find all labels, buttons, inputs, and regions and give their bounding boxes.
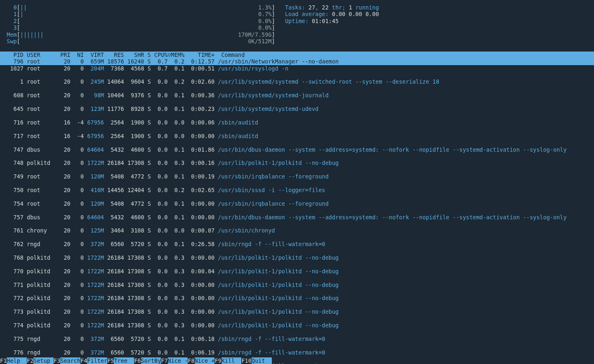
fnkey-f4-label[interactable]: Filter <box>87 357 107 364</box>
process-row[interactable]: 773 polkitd 20 0 1722M 26184 17308 S 0.0… <box>0 308 594 315</box>
fnkey-f9: F9 <box>214 357 221 364</box>
fnkey-f1-label[interactable]: Help <box>7 357 27 364</box>
cpu0-label: 0 <box>7 4 16 11</box>
fnkey-f7: F7 <box>161 357 167 364</box>
fnkey-f6: F6 <box>134 357 141 364</box>
fnkey-f9-label[interactable]: Kill <box>222 357 242 364</box>
cpu3-label: 3 <box>7 24 16 31</box>
fnkey-f3-label[interactable]: Search <box>60 357 80 364</box>
process-command: /usr/lib/polkit-1/polkitd --no-debug <box>218 268 339 275</box>
swp-label: Swp <box>7 38 16 45</box>
process-command: /usr/lib/polkit-1/polkitd --no-debug <box>218 322 339 329</box>
process-row[interactable]: 608 root 20 0 98M 10404 9376 S 0.0 0.1 0… <box>0 92 594 99</box>
load-label: Load average: <box>285 11 332 17</box>
process-row[interactable]: 750 root 20 0 416M 14456 12404 S 0.0 0.2… <box>0 187 594 193</box>
process-command: /usr/lib/polkit-1/polkitd --no-debug <box>218 295 339 301</box>
fnkey-f7-label[interactable]: Nice - <box>168 357 188 364</box>
swp-value: 0K/512M <box>248 38 271 45</box>
fnkey-f10: F10 <box>241 357 251 364</box>
uptime-value: 01:01:45 <box>312 18 339 24</box>
cpu1-label: 1 <box>7 11 16 17</box>
process-command: /usr/lib/polkit-1/polkitd --no-debug <box>218 282 339 288</box>
process-command: /usr/lib/polkit-1/polkitd --no-debug <box>218 160 339 166</box>
fnkey-f3: F3 <box>54 357 60 364</box>
process-command: /usr/lib/systemd/systemd-journald <box>218 92 328 99</box>
process-command: /sbin/rngd -f --fill-watermark=0 <box>218 349 325 356</box>
fnkey-f2-label[interactable]: Setup <box>33 357 54 364</box>
process-row[interactable]: 761 chrony 20 0 125M 3464 3108 S 0.0 0.0… <box>0 227 594 234</box>
column-header[interactable]: PID USER PRI NI VIRT RES SHR S CPU%▽MEM%… <box>0 52 594 58</box>
process-row[interactable]: 747 dbus 20 0 64604 5432 4600 S 0.0 0.1 … <box>0 146 594 153</box>
cpu1-pct: 0.7% <box>258 11 272 17</box>
process-row[interactable]: 796 root 20 0 659M 18576 16240 S 0.7 0.2… <box>0 58 594 65</box>
process-command: /usr/sbin/rsyslogd -n <box>218 65 288 72</box>
process-command: /usr/sbin/sssd -i --logger=files <box>218 187 325 193</box>
process-row[interactable]: 770 polkitd 20 0 1722M 26184 17308 S 0.0… <box>0 268 594 275</box>
cpu2-pct: 0.0% <box>258 18 272 24</box>
fnkey-f4: F4 <box>80 357 87 364</box>
function-key-bar: F1Help F2Setup F3SearchF4FilterF5Tree F6… <box>0 357 594 364</box>
process-command: /usr/sbin/irqbalance --foreground <box>218 173 328 180</box>
process-row[interactable]: 1 root 20 0 245M 14064 9604 S 0.0 0.2 0:… <box>0 78 594 85</box>
process-row[interactable]: 775 rngd 20 0 372M 6560 5720 S 0.0 0.1 0… <box>0 336 594 342</box>
fnkey-f6-label[interactable]: SortBy <box>141 357 161 364</box>
uptime-label: Uptime: <box>285 18 312 24</box>
process-row[interactable]: 717 root 16 -4 67956 2564 1900 S 0.0 0.0… <box>0 133 594 139</box>
mem-label: Mem <box>7 31 16 38</box>
process-row[interactable]: 645 root 20 0 123M 11776 8928 S 0.0 0.1 … <box>0 106 594 112</box>
fnkey-f2: F2 <box>27 357 33 364</box>
htop-screen: 0[|| 1.3%] Tasks: 27, 22 thr; 1 running … <box>0 0 594 364</box>
process-command: /sbin/rngd -f --fill-watermark=0 <box>218 336 325 342</box>
mem-value: 170M/7.59G <box>238 31 271 38</box>
process-row[interactable]: 772 polkitd 20 0 1722M 26184 17308 S 0.0… <box>0 295 594 301</box>
process-command: /usr/bin/dbus-daemon --system --address=… <box>218 146 566 153</box>
process-command: /sbin/auditd <box>218 133 258 139</box>
process-row[interactable]: 762 rngd 20 0 372M 6560 5720 S 0.0 0.1 0… <box>0 241 594 247</box>
process-command: /usr/lib/systemd/systemd --switched-root… <box>218 78 439 85</box>
process-row[interactable]: 749 root 20 0 120M 5408 4772 S 0.0 0.1 0… <box>0 173 594 180</box>
process-row[interactable]: 776 rngd 20 0 372M 6560 5720 S 0.0 0.1 0… <box>0 349 594 356</box>
process-command: /usr/bin/dbus-daemon --system --address=… <box>218 214 566 221</box>
process-row[interactable]: 748 polkitd 20 0 1722M 26184 17308 S 0.0… <box>0 160 594 166</box>
process-command: /sbin/rngd -f --fill-watermark=0 <box>218 241 325 247</box>
process-row[interactable]: 774 polkitd 20 0 1722M 26184 17308 S 0.0… <box>0 322 594 329</box>
fnkey-f8-label[interactable]: Nice + <box>195 357 215 364</box>
fnkey-f5: F5 <box>107 357 114 364</box>
process-command: /usr/lib/polkit-1/polkitd --no-debug <box>218 254 339 261</box>
process-command: /usr/sbin/irqbalance --foreground <box>218 200 328 207</box>
process-command: /sbin/auditd <box>218 119 258 126</box>
process-row[interactable]: 757 dbus 20 0 64604 5432 4600 S 0.0 0.1 … <box>0 214 594 221</box>
process-command: /usr/lib/systemd/systemd-udevd <box>218 106 318 112</box>
process-row[interactable]: 768 polkitd 20 0 1722M 26184 17308 S 0.0… <box>0 254 594 261</box>
tasks-label: Tasks: <box>285 4 309 11</box>
fnkey-f1: F1 <box>0 357 7 364</box>
process-row[interactable]: 716 root 16 -4 67956 2564 1900 S 0.0 0.0… <box>0 119 594 126</box>
fnkey-f10-label[interactable]: Quit <box>252 357 272 364</box>
cpu3-pct: 0.0% <box>258 24 272 31</box>
process-row[interactable]: 1027 root 20 0 204M 7368 4568 S 0.7 0.1 … <box>0 65 594 72</box>
process-row[interactable]: 754 root 20 0 120M 5408 4772 S 0.0 0.1 0… <box>0 200 594 207</box>
cpu0-pct: 1.3% <box>258 4 272 11</box>
fnkey-f5-label[interactable]: Tree <box>114 357 134 364</box>
process-command: /usr/sbin/chronyd <box>218 227 275 234</box>
fnkey-f8: F8 <box>188 357 194 364</box>
load-values: 0.00 0.00 0.00 <box>332 11 379 17</box>
process-command: /usr/lib/polkit-1/polkitd --no-debug <box>218 308 339 315</box>
process-row[interactable]: 771 polkitd 20 0 1722M 26184 17308 S 0.0… <box>0 282 594 288</box>
cpu2-label: 2 <box>7 18 16 24</box>
